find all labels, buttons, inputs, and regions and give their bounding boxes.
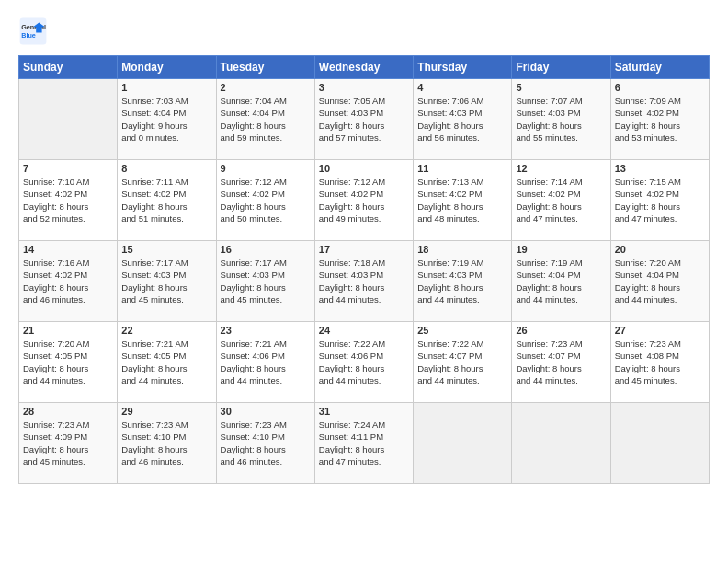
calendar-cell: 27Sunrise: 7:23 AM Sunset: 4:08 PM Dayli… xyxy=(610,322,709,403)
day-number: 8 xyxy=(121,163,211,174)
weekday-header-saturday: Saturday xyxy=(610,56,709,79)
day-info: Sunrise: 7:18 AM Sunset: 4:03 PM Dayligh… xyxy=(319,257,409,305)
day-number: 24 xyxy=(319,325,409,336)
calendar-cell: 15Sunrise: 7:17 AM Sunset: 4:03 PM Dayli… xyxy=(118,241,216,322)
day-number: 28 xyxy=(23,406,113,417)
day-info: Sunrise: 7:06 AM Sunset: 4:03 PM Dayligh… xyxy=(417,95,507,144)
day-info: Sunrise: 7:10 AM Sunset: 4:02 PM Dayligh… xyxy=(23,176,113,224)
day-number: 6 xyxy=(615,82,705,93)
calendar-cell xyxy=(19,79,118,160)
day-number: 27 xyxy=(615,325,705,336)
day-number: 19 xyxy=(516,244,606,255)
weekday-header-monday: Monday xyxy=(118,56,216,79)
calendar-cell: 24Sunrise: 7:22 AM Sunset: 4:06 PM Dayli… xyxy=(314,322,413,403)
calendar-cell: 14Sunrise: 7:16 AM Sunset: 4:02 PM Dayli… xyxy=(19,241,118,322)
day-number: 7 xyxy=(23,163,113,174)
calendar-cell: 4Sunrise: 7:06 AM Sunset: 4:03 PM Daylig… xyxy=(414,79,512,160)
calendar-cell: 21Sunrise: 7:20 AM Sunset: 4:05 PM Dayli… xyxy=(19,322,118,403)
day-info: Sunrise: 7:14 AM Sunset: 4:02 PM Dayligh… xyxy=(516,176,606,224)
day-number: 5 xyxy=(516,82,606,93)
day-info: Sunrise: 7:21 AM Sunset: 4:05 PM Dayligh… xyxy=(121,338,211,386)
day-info: Sunrise: 7:23 AM Sunset: 4:07 PM Dayligh… xyxy=(516,338,606,386)
calendar-cell: 9Sunrise: 7:12 AM Sunset: 4:02 PM Daylig… xyxy=(216,160,314,241)
calendar-cell: 31Sunrise: 7:24 AM Sunset: 4:11 PM Dayli… xyxy=(314,403,413,484)
day-number: 2 xyxy=(221,82,311,93)
weekday-header-friday: Friday xyxy=(512,56,610,79)
day-info: Sunrise: 7:23 AM Sunset: 4:08 PM Dayligh… xyxy=(615,338,705,386)
day-info: Sunrise: 7:15 AM Sunset: 4:02 PM Dayligh… xyxy=(615,176,705,224)
week-row-1: 1Sunrise: 7:03 AM Sunset: 4:04 PM Daylig… xyxy=(19,79,710,160)
day-number: 14 xyxy=(23,244,113,255)
svg-text:Blue: Blue xyxy=(21,31,36,40)
day-number: 15 xyxy=(121,244,211,255)
header: General Blue xyxy=(18,17,710,46)
calendar-cell: 25Sunrise: 7:22 AM Sunset: 4:07 PM Dayli… xyxy=(414,322,512,403)
day-info: Sunrise: 7:20 AM Sunset: 4:05 PM Dayligh… xyxy=(23,338,113,386)
day-number: 25 xyxy=(417,325,507,336)
day-info: Sunrise: 7:22 AM Sunset: 4:06 PM Dayligh… xyxy=(319,338,409,386)
day-info: Sunrise: 7:17 AM Sunset: 4:03 PM Dayligh… xyxy=(121,257,211,305)
day-number: 10 xyxy=(319,163,409,174)
day-info: Sunrise: 7:13 AM Sunset: 4:02 PM Dayligh… xyxy=(417,176,507,224)
day-number: 20 xyxy=(615,244,705,255)
day-number: 17 xyxy=(319,244,409,255)
weekday-header-row: SundayMondayTuesdayWednesdayThursdayFrid… xyxy=(19,56,710,79)
calendar-cell: 10Sunrise: 7:12 AM Sunset: 4:02 PM Dayli… xyxy=(314,160,413,241)
calendar-cell: 29Sunrise: 7:23 AM Sunset: 4:10 PM Dayli… xyxy=(118,403,216,484)
calendar-cell: 5Sunrise: 7:07 AM Sunset: 4:03 PM Daylig… xyxy=(512,79,610,160)
logo: General Blue xyxy=(18,17,51,46)
day-info: Sunrise: 7:19 AM Sunset: 4:04 PM Dayligh… xyxy=(516,257,606,305)
day-number: 11 xyxy=(417,163,507,174)
day-info: Sunrise: 7:04 AM Sunset: 4:04 PM Dayligh… xyxy=(221,95,311,144)
calendar-cell: 11Sunrise: 7:13 AM Sunset: 4:02 PM Dayli… xyxy=(414,160,512,241)
calendar-cell: 1Sunrise: 7:03 AM Sunset: 4:04 PM Daylig… xyxy=(118,79,216,160)
day-number: 18 xyxy=(417,244,507,255)
day-number: 1 xyxy=(121,82,211,93)
week-row-4: 21Sunrise: 7:20 AM Sunset: 4:05 PM Dayli… xyxy=(19,322,710,403)
calendar-cell: 28Sunrise: 7:23 AM Sunset: 4:09 PM Dayli… xyxy=(19,403,118,484)
calendar-cell: 2Sunrise: 7:04 AM Sunset: 4:04 PM Daylig… xyxy=(216,79,314,160)
day-info: Sunrise: 7:24 AM Sunset: 4:11 PM Dayligh… xyxy=(319,419,409,467)
day-info: Sunrise: 7:19 AM Sunset: 4:03 PM Dayligh… xyxy=(417,257,507,305)
day-number: 26 xyxy=(516,325,606,336)
calendar-cell: 17Sunrise: 7:18 AM Sunset: 4:03 PM Dayli… xyxy=(314,241,413,322)
day-info: Sunrise: 7:23 AM Sunset: 4:09 PM Dayligh… xyxy=(23,419,113,467)
calendar-cell: 13Sunrise: 7:15 AM Sunset: 4:02 PM Dayli… xyxy=(610,160,709,241)
day-number: 29 xyxy=(121,406,211,417)
weekday-header-wednesday: Wednesday xyxy=(314,56,413,79)
day-info: Sunrise: 7:07 AM Sunset: 4:03 PM Dayligh… xyxy=(516,95,606,144)
day-info: Sunrise: 7:23 AM Sunset: 4:10 PM Dayligh… xyxy=(221,419,311,467)
day-info: Sunrise: 7:21 AM Sunset: 4:06 PM Dayligh… xyxy=(221,338,311,386)
day-number: 13 xyxy=(615,163,705,174)
day-number: 22 xyxy=(121,325,211,336)
logo-icon: General Blue xyxy=(18,17,48,46)
calendar-cell: 7Sunrise: 7:10 AM Sunset: 4:02 PM Daylig… xyxy=(19,160,118,241)
day-number: 3 xyxy=(319,82,409,93)
svg-text:General: General xyxy=(21,23,46,31)
day-number: 21 xyxy=(23,325,113,336)
weekday-header-tuesday: Tuesday xyxy=(216,56,314,79)
weekday-header-sunday: Sunday xyxy=(19,56,118,79)
day-info: Sunrise: 7:12 AM Sunset: 4:02 PM Dayligh… xyxy=(221,176,311,224)
day-info: Sunrise: 7:11 AM Sunset: 4:02 PM Dayligh… xyxy=(121,176,211,224)
calendar-cell: 16Sunrise: 7:17 AM Sunset: 4:03 PM Dayli… xyxy=(216,241,314,322)
day-number: 12 xyxy=(516,163,606,174)
calendar-cell: 30Sunrise: 7:23 AM Sunset: 4:10 PM Dayli… xyxy=(216,403,314,484)
calendar-cell xyxy=(512,403,610,484)
calendar-table: SundayMondayTuesdayWednesdayThursdayFrid… xyxy=(18,55,710,484)
calendar-cell xyxy=(414,403,512,484)
week-row-3: 14Sunrise: 7:16 AM Sunset: 4:02 PM Dayli… xyxy=(19,241,710,322)
day-number: 16 xyxy=(221,244,311,255)
day-info: Sunrise: 7:17 AM Sunset: 4:03 PM Dayligh… xyxy=(221,257,311,305)
day-number: 31 xyxy=(319,406,409,417)
calendar-cell: 3Sunrise: 7:05 AM Sunset: 4:03 PM Daylig… xyxy=(314,79,413,160)
calendar-cell: 19Sunrise: 7:19 AM Sunset: 4:04 PM Dayli… xyxy=(512,241,610,322)
page: General Blue SundayMondayTuesdayWednesda… xyxy=(0,0,728,563)
day-number: 9 xyxy=(221,163,311,174)
day-number: 4 xyxy=(417,82,507,93)
calendar-cell: 20Sunrise: 7:20 AM Sunset: 4:04 PM Dayli… xyxy=(610,241,709,322)
day-number: 23 xyxy=(221,325,311,336)
calendar-cell: 26Sunrise: 7:23 AM Sunset: 4:07 PM Dayli… xyxy=(512,322,610,403)
day-info: Sunrise: 7:22 AM Sunset: 4:07 PM Dayligh… xyxy=(417,338,507,386)
day-info: Sunrise: 7:03 AM Sunset: 4:04 PM Dayligh… xyxy=(121,95,211,144)
